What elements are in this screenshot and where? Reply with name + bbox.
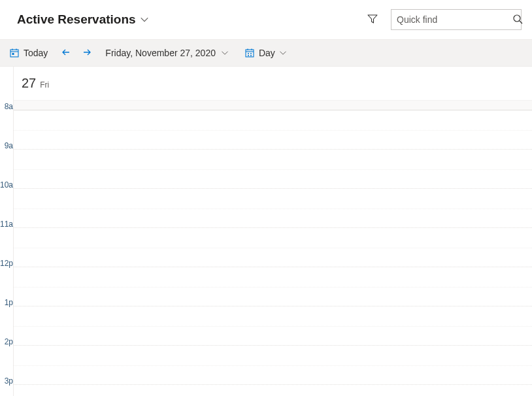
- arrow-left-icon: [61, 47, 71, 59]
- half-hour-line: [14, 130, 532, 131]
- time-label: 12p: [0, 264, 13, 303]
- time-label: 8a: [0, 107, 13, 146]
- hour-row[interactable]: [14, 306, 532, 346]
- current-date-label: Friday, November 27, 2020: [105, 48, 216, 58]
- today-button[interactable]: Today: [1, 40, 56, 66]
- prev-day-button[interactable]: [56, 40, 76, 66]
- filter-icon: [367, 14, 378, 26]
- header-bar: Active Reservations: [0, 0, 532, 39]
- half-hour-line: [14, 287, 532, 288]
- time-gutter: 8a9a10a11a12p1p2p3p: [0, 107, 13, 396]
- half-hour-line: [14, 365, 532, 366]
- view-selector[interactable]: Active Reservations: [17, 12, 149, 27]
- next-day-button[interactable]: [76, 40, 97, 66]
- svg-rect-2: [10, 50, 18, 57]
- hour-row[interactable]: [14, 110, 532, 150]
- day-abbr: Fri: [40, 80, 49, 90]
- page-title: Active Reservations: [17, 12, 136, 27]
- hour-row[interactable]: [14, 150, 532, 189]
- date-picker[interactable]: Friday, November 27, 2020: [97, 40, 237, 66]
- chevron-down-icon: [140, 15, 149, 24]
- day-number: 27: [22, 76, 36, 91]
- half-hour-line: [14, 248, 532, 248]
- hour-row[interactable]: [14, 346, 532, 385]
- search-input[interactable]: [397, 14, 511, 25]
- day-header: 27 Fri: [14, 67, 532, 101]
- hour-grid[interactable]: [14, 110, 532, 396]
- time-label: 10a: [0, 186, 13, 225]
- time-label: 9a: [0, 146, 13, 186]
- allday-slot[interactable]: [14, 101, 532, 110]
- hour-row[interactable]: [14, 267, 532, 306]
- hour-row[interactable]: [14, 228, 532, 267]
- svg-rect-7: [246, 50, 254, 57]
- calendar-toolbar: Today Friday, November 27, 2020 Day: [0, 39, 532, 67]
- filter-button[interactable]: [363, 10, 382, 30]
- time-label: 11a: [0, 225, 13, 264]
- svg-line-1: [520, 21, 522, 24]
- chevron-down-icon: [221, 49, 229, 57]
- hour-row[interactable]: [14, 189, 532, 228]
- view-mode-label: Day: [259, 48, 275, 58]
- header-actions: [363, 9, 522, 30]
- arrow-right-icon: [82, 47, 92, 59]
- today-label: Today: [24, 48, 48, 58]
- svg-rect-6: [12, 53, 14, 55]
- hour-row[interactable]: [14, 385, 532, 396]
- calendar-icon: [244, 48, 255, 58]
- search-box[interactable]: [391, 9, 522, 30]
- half-hour-line: [14, 169, 532, 170]
- half-hour-line: [14, 326, 532, 327]
- chevron-down-icon: [279, 49, 287, 57]
- calendar-area: 27 Fri: [13, 67, 532, 396]
- time-label: 3p: [0, 382, 13, 396]
- time-label: 1p: [0, 303, 13, 342]
- search-icon: [512, 14, 523, 26]
- view-mode-button[interactable]: Day: [237, 40, 295, 66]
- search-button[interactable]: [511, 12, 524, 27]
- calendar-today-icon: [9, 48, 20, 58]
- time-label: 2p: [0, 342, 13, 382]
- half-hour-line: [14, 208, 532, 209]
- svg-point-0: [514, 15, 520, 22]
